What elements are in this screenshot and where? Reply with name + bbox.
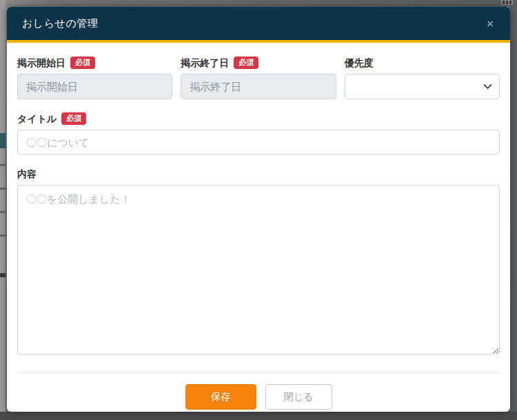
end-date-group: 掲示終了日 必須 bbox=[181, 57, 336, 99]
notification-management-modal: おしらせの管理 × 掲示開始日 必須 掲示終了日 必須 優先度 bbox=[7, 7, 510, 412]
background-page-remnant bbox=[0, 188, 6, 190]
priority-group: 優先度 bbox=[345, 57, 500, 99]
end-date-label: 掲示終了日 必須 bbox=[181, 57, 336, 69]
priority-label: 優先度 bbox=[345, 57, 500, 69]
background-page-remnant bbox=[0, 234, 6, 237]
close-button[interactable]: 閉じる bbox=[265, 384, 332, 410]
background-page-remnant bbox=[0, 133, 6, 148]
end-date-input[interactable] bbox=[181, 74, 336, 99]
required-badge: 必須 bbox=[61, 112, 86, 125]
background-page-remnant bbox=[0, 164, 6, 166]
background-page-remnant bbox=[0, 273, 6, 277]
date-priority-row: 掲示開始日 必須 掲示終了日 必須 優先度 bbox=[17, 57, 500, 99]
title-group: タイトル 必須 bbox=[17, 112, 500, 154]
modal-header: おしらせの管理 × bbox=[7, 7, 510, 43]
content-label: 内容 bbox=[17, 168, 500, 180]
priority-select-wrap bbox=[345, 74, 500, 99]
start-date-input[interactable] bbox=[17, 74, 172, 99]
save-button[interactable]: 保存 bbox=[185, 384, 256, 410]
start-date-group: 掲示開始日 必須 bbox=[17, 57, 172, 99]
backdrop-page-strip bbox=[0, 0, 6, 412]
priority-select[interactable] bbox=[345, 74, 500, 99]
title-label: タイトル 必須 bbox=[17, 112, 500, 125]
required-badge: 必須 bbox=[70, 57, 95, 69]
content-textarea[interactable] bbox=[17, 185, 500, 354]
content-group: 内容 bbox=[17, 168, 500, 354]
modal-footer: 保存 閉じる bbox=[17, 372, 500, 412]
close-icon[interactable]: × bbox=[484, 17, 496, 31]
start-date-label: 掲示開始日 必須 bbox=[17, 57, 172, 69]
background-grid-icon bbox=[501, 0, 513, 5]
title-input[interactable] bbox=[17, 130, 500, 154]
required-badge: 必須 bbox=[234, 57, 258, 69]
background-page-remnant bbox=[0, 211, 6, 213]
modal-body: 掲示開始日 必須 掲示終了日 必須 優先度 bbox=[7, 43, 510, 412]
backdrop-bottom-shade bbox=[0, 412, 517, 420]
modal-title: おしらせの管理 bbox=[22, 17, 98, 30]
